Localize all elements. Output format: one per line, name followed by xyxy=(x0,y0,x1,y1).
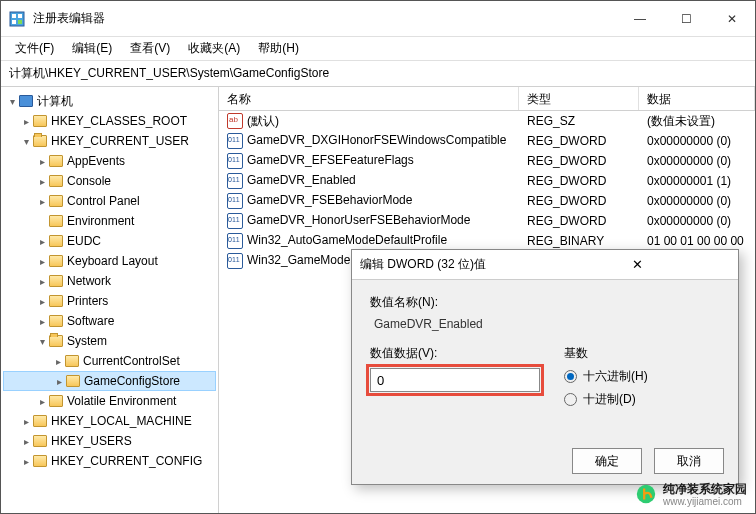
menu-edit[interactable]: 编辑(E) xyxy=(64,38,120,59)
dialog-titlebar[interactable]: 编辑 DWORD (32 位)值 ✕ xyxy=(352,250,738,280)
expand-icon[interactable]: ▸ xyxy=(19,416,33,427)
list-header: 名称 类型 数据 xyxy=(219,87,755,111)
expand-icon[interactable]: ▸ xyxy=(35,196,49,207)
tree-appevents[interactable]: ▸AppEvents xyxy=(3,151,216,171)
menu-help[interactable]: 帮助(H) xyxy=(250,38,307,59)
list-row[interactable]: GameDVR_HonorUserFSEBehaviorModeREG_DWOR… xyxy=(219,211,755,231)
expand-icon[interactable]: ▸ xyxy=(35,296,49,307)
folder-icon xyxy=(49,315,63,327)
menu-view[interactable]: 查看(V) xyxy=(122,38,178,59)
expand-icon[interactable]: ▸ xyxy=(19,436,33,447)
folder-open-icon xyxy=(33,135,47,147)
tree-printers[interactable]: ▸Printers xyxy=(3,291,216,311)
tree-pane[interactable]: ▾计算机 ▸HKEY_CLASSES_ROOT ▾HKEY_CURRENT_US… xyxy=(1,87,219,513)
expand-icon[interactable]: ▸ xyxy=(51,356,65,367)
tree-label: HKEY_CURRENT_CONFIG xyxy=(51,454,202,468)
expand-icon[interactable]: ▸ xyxy=(35,276,49,287)
radio-hex[interactable]: 十六进制(H) xyxy=(564,368,648,385)
address-text: 计算机\HKEY_CURRENT_USER\System\GameConfigS… xyxy=(9,65,329,82)
tree-label: 计算机 xyxy=(37,93,73,110)
tree-label: Control Panel xyxy=(67,194,140,208)
menu-file[interactable]: 文件(F) xyxy=(7,38,62,59)
list-row[interactable]: GameDVR_DXGIHonorFSEWindowsCompatibleREG… xyxy=(219,131,755,151)
tree-gameconfigstore[interactable]: ▸GameConfigStore xyxy=(3,371,216,391)
tree-hklm[interactable]: ▸HKEY_LOCAL_MACHINE xyxy=(3,411,216,431)
folder-icon xyxy=(49,295,63,307)
folder-icon xyxy=(49,395,63,407)
folder-icon xyxy=(33,435,47,447)
folder-icon xyxy=(65,355,79,367)
tree-label: GameConfigStore xyxy=(84,374,180,388)
expand-icon[interactable]: ▸ xyxy=(35,176,49,187)
tree-label: Network xyxy=(67,274,111,288)
tree-label: Printers xyxy=(67,294,108,308)
value-icon xyxy=(227,113,243,129)
tree-currentcontrolset[interactable]: ▸CurrentControlSet xyxy=(3,351,216,371)
tree-label: Keyboard Layout xyxy=(67,254,158,268)
tree-console[interactable]: ▸Console xyxy=(3,171,216,191)
dialog-buttons: 确定 取消 xyxy=(572,448,724,474)
expand-icon[interactable]: ▸ xyxy=(19,456,33,467)
folder-icon xyxy=(66,375,80,387)
expand-icon[interactable]: ▸ xyxy=(35,156,49,167)
tree-root[interactable]: ▾计算机 xyxy=(3,91,216,111)
tree-keyboard[interactable]: ▸Keyboard Layout xyxy=(3,251,216,271)
expand-icon[interactable]: ▸ xyxy=(52,376,66,387)
maximize-button[interactable]: ☐ xyxy=(663,1,709,36)
tree-hkcu[interactable]: ▾HKEY_CURRENT_USER xyxy=(3,131,216,151)
list-row[interactable]: (默认)REG_SZ(数值未设置) xyxy=(219,111,755,131)
col-type[interactable]: 类型 xyxy=(519,87,639,110)
tree-label: Software xyxy=(67,314,114,328)
folder-icon xyxy=(49,195,63,207)
dialog-close-button[interactable]: ✕ xyxy=(545,257,730,272)
expand-icon[interactable]: ▸ xyxy=(35,236,49,247)
list-row[interactable]: Win32_AutoGameModeDefaultProfileREG_BINA… xyxy=(219,231,755,251)
tree-network[interactable]: ▸Network xyxy=(3,271,216,291)
folder-icon xyxy=(49,155,63,167)
col-name[interactable]: 名称 xyxy=(219,87,519,110)
radio-label: 十六进制(H) xyxy=(583,368,648,385)
tree-label: AppEvents xyxy=(67,154,125,168)
cancel-button[interactable]: 取消 xyxy=(654,448,724,474)
titlebar: 注册表编辑器 — ☐ ✕ xyxy=(1,1,755,37)
list-row[interactable]: GameDVR_EFSEFeatureFlagsREG_DWORD0x00000… xyxy=(219,151,755,171)
radio-dec[interactable]: 十进制(D) xyxy=(564,391,648,408)
tree-environment[interactable]: Environment xyxy=(3,211,216,231)
window-title: 注册表编辑器 xyxy=(33,10,617,27)
close-button[interactable]: ✕ xyxy=(709,1,755,36)
radio-label: 十进制(D) xyxy=(583,391,636,408)
collapse-icon[interactable]: ▾ xyxy=(19,136,33,147)
tree-volatileenv[interactable]: ▸Volatile Environment xyxy=(3,391,216,411)
tree-hkcc[interactable]: ▸HKEY_CURRENT_CONFIG xyxy=(3,451,216,471)
collapse-icon[interactable]: ▾ xyxy=(35,336,49,347)
list-row[interactable]: GameDVR_EnabledREG_DWORD0x00000001 (1) xyxy=(219,171,755,191)
tree-controlpanel[interactable]: ▸Control Panel xyxy=(3,191,216,211)
folder-icon xyxy=(49,175,63,187)
ok-button[interactable]: 确定 xyxy=(572,448,642,474)
folder-icon xyxy=(49,235,63,247)
svg-rect-4 xyxy=(18,20,22,24)
tree-hkcr[interactable]: ▸HKEY_CLASSES_ROOT xyxy=(3,111,216,131)
expand-icon[interactable]: ▸ xyxy=(19,116,33,127)
folder-icon xyxy=(33,115,47,127)
svg-rect-1 xyxy=(12,14,16,18)
minimize-button[interactable]: — xyxy=(617,1,663,36)
value-data-label: 数值数据(V): xyxy=(370,345,540,362)
expand-icon[interactable]: ▸ xyxy=(35,396,49,407)
list-row[interactable]: GameDVR_FSEBehaviorModeREG_DWORD0x000000… xyxy=(219,191,755,211)
expand-icon[interactable]: ▸ xyxy=(35,256,49,267)
tree-label: Console xyxy=(67,174,111,188)
menu-favorites[interactable]: 收藏夹(A) xyxy=(180,38,248,59)
tree-label: HKEY_CURRENT_USER xyxy=(51,134,189,148)
tree-hku[interactable]: ▸HKEY_USERS xyxy=(3,431,216,451)
col-data[interactable]: 数据 xyxy=(639,87,755,110)
value-data-input[interactable] xyxy=(370,368,540,392)
radio-icon xyxy=(564,393,577,406)
address-bar[interactable]: 计算机\HKEY_CURRENT_USER\System\GameConfigS… xyxy=(1,61,755,87)
tree-system[interactable]: ▾System xyxy=(3,331,216,351)
collapse-icon[interactable]: ▾ xyxy=(5,96,19,107)
expand-icon[interactable]: ▸ xyxy=(35,316,49,327)
tree-eudc[interactable]: ▸EUDC xyxy=(3,231,216,251)
tree-software[interactable]: ▸Software xyxy=(3,311,216,331)
value-icon xyxy=(227,213,243,229)
